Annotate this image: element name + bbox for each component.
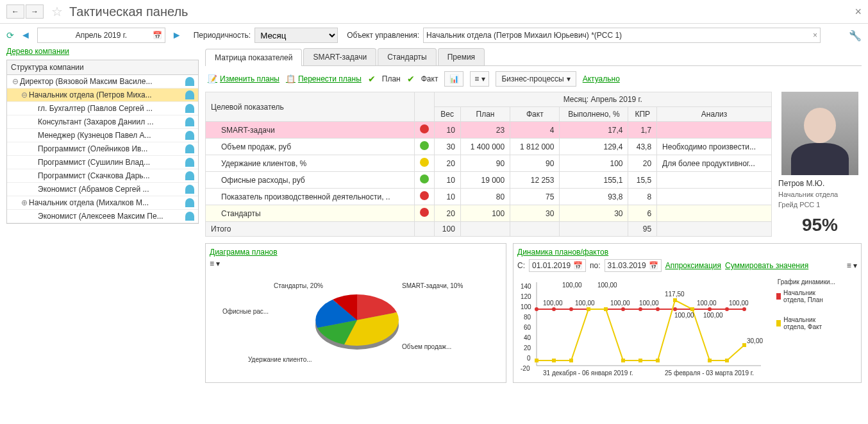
svg-text:0: 0 bbox=[527, 355, 531, 362]
move-plans-button[interactable]: 📋 Перенести планы bbox=[286, 74, 362, 83]
status-icon bbox=[420, 191, 429, 200]
profile-score: 95% bbox=[778, 215, 862, 235]
pie-title: Диаграмма планов bbox=[210, 248, 502, 257]
edit-plans-button[interactable]: 📝 Изменить планы bbox=[208, 74, 280, 83]
svg-point-27 bbox=[708, 307, 712, 311]
tree-row[interactable]: гл. Бухгалтер (Павлов Сергей ... bbox=[7, 102, 198, 115]
tree-row[interactable]: ⊖Директор (Вязовой Максим Василе... bbox=[7, 75, 198, 89]
svg-rect-40 bbox=[708, 359, 712, 362]
settings-icon[interactable]: 🔧 bbox=[849, 30, 862, 42]
profile-grade: Грейд РСС 1 bbox=[778, 201, 862, 208]
svg-rect-39 bbox=[690, 307, 694, 311]
svg-text:117,50: 117,50 bbox=[665, 291, 685, 298]
object-input[interactable]: Начальник отдела (Петров Михаил Юрьевич)… bbox=[423, 28, 821, 43]
date-to-input[interactable]: 31.03.2019 📅 bbox=[605, 259, 662, 272]
pie-chart-panel: Диаграмма планов ≡ ▾ Стандарты, 20% SMAR… bbox=[205, 243, 506, 383]
approximation-link[interactable]: Аппроксимация bbox=[665, 261, 721, 270]
person-icon bbox=[185, 158, 194, 167]
date-from-input[interactable]: 01.01.2019 📅 bbox=[529, 259, 586, 272]
person-icon bbox=[185, 198, 194, 207]
chart-view-button[interactable]: 📊 bbox=[444, 71, 463, 87]
avatar bbox=[781, 92, 858, 175]
svg-rect-41 bbox=[725, 359, 729, 362]
status-icon bbox=[420, 158, 429, 167]
svg-rect-31 bbox=[552, 359, 556, 362]
tree-row[interactable]: ⊕Начальник отдела (Михалков М... bbox=[7, 196, 198, 210]
check-icon: ✔ bbox=[368, 74, 376, 84]
svg-text:120: 120 bbox=[521, 293, 531, 300]
check-icon: ✔ bbox=[407, 74, 415, 84]
svg-text:31 декабря - 06 января 2019 г.: 31 декабря - 06 января 2019 г. bbox=[543, 369, 633, 377]
calendar-icon[interactable]: 📅 bbox=[153, 31, 162, 40]
tree-row[interactable]: Менеджер (Кузнецов Павел А... bbox=[7, 129, 198, 142]
svg-text:100,00: 100,00 bbox=[697, 300, 717, 307]
person-icon bbox=[185, 117, 194, 126]
line-title: Динамика планов/фактов bbox=[517, 248, 857, 257]
svg-text:60: 60 bbox=[524, 324, 531, 331]
line-menu-button[interactable]: ≡ ▾ bbox=[847, 261, 857, 270]
company-tree: ⊖Директор (Вязовой Максим Василе...⊖Нача… bbox=[6, 75, 199, 224]
svg-text:100,00: 100,00 bbox=[575, 300, 595, 307]
matrix-row[interactable]: Объем продаж, руб 301 400 0001 812 000 1… bbox=[206, 139, 772, 155]
tab[interactable]: Премия bbox=[438, 48, 485, 65]
tree-row[interactable]: Консультант (Захаров Даниил ... bbox=[7, 115, 198, 129]
tree-row[interactable]: ⊖Начальник отдела (Петров Миха... bbox=[7, 89, 198, 102]
prev-period-icon[interactable]: ◄ bbox=[18, 30, 33, 41]
next-period-icon[interactable]: ► bbox=[169, 30, 185, 41]
tab[interactable]: Стандарты bbox=[378, 48, 437, 65]
matrix-row[interactable]: SMART-задачи 10234 17,41,7 bbox=[206, 122, 772, 139]
matrix-row[interactable]: Офисные расходы, руб 1019 00012 253 155,… bbox=[206, 172, 772, 189]
tab[interactable]: Матрица показателей bbox=[205, 49, 302, 66]
matrix-row[interactable]: Удержание клиентов, % 209090 10020Для бо… bbox=[206, 155, 772, 172]
period-input[interactable]: Апрель 2019 г. 📅 bbox=[37, 28, 165, 43]
profile-role: Начальник отдела bbox=[778, 191, 862, 198]
tree-row[interactable]: Экономист (Абрамов Сергей ... bbox=[7, 183, 198, 196]
periodicity-select[interactable]: Месяц bbox=[255, 28, 338, 43]
tree-row[interactable]: Экономист (Алексеев Максим Пе... bbox=[7, 210, 198, 223]
sum-values-link[interactable]: Суммировать значения bbox=[725, 261, 808, 270]
col-indicator: Целевой показатель bbox=[206, 92, 415, 122]
forward-button[interactable]: → bbox=[26, 4, 44, 19]
svg-text:100,00: 100,00 bbox=[639, 300, 659, 307]
tabs: Матрица показателейSMART-задачиСтандарты… bbox=[205, 48, 862, 66]
svg-point-17 bbox=[535, 307, 538, 311]
svg-text:80: 80 bbox=[524, 314, 531, 321]
refresh-icon[interactable]: ⟳ bbox=[6, 30, 14, 40]
tree-row[interactable]: Программист (Скачкова Дарь... bbox=[7, 169, 198, 183]
svg-text:Стандарты, 20%: Стандарты, 20% bbox=[274, 282, 323, 289]
list-view-button[interactable]: ≡ ▾ bbox=[470, 71, 489, 87]
svg-rect-42 bbox=[742, 343, 746, 347]
legend-fact: Начальник отдела, Факт bbox=[776, 316, 835, 330]
person-icon bbox=[185, 144, 194, 153]
status-icon bbox=[420, 174, 429, 183]
svg-text:40: 40 bbox=[524, 334, 531, 341]
matrix-row[interactable]: Стандарты 2010030 306 bbox=[206, 205, 772, 222]
plan-label: План bbox=[382, 74, 401, 83]
close-icon[interactable]: × bbox=[855, 5, 862, 19]
svg-rect-36 bbox=[638, 359, 642, 362]
svg-rect-34 bbox=[604, 307, 608, 311]
favorite-icon[interactable]: ☆ bbox=[51, 4, 63, 19]
tab[interactable]: SMART-задачи bbox=[303, 48, 376, 65]
business-processes-button[interactable]: Бизнес-процессы ▾ bbox=[496, 71, 576, 87]
clear-object-icon[interactable]: × bbox=[813, 31, 817, 40]
status-icon bbox=[420, 124, 429, 133]
svg-text:20: 20 bbox=[524, 344, 531, 352]
tree-row[interactable]: Программист (Сушилин Влад... bbox=[7, 156, 198, 169]
periodicity-label: Периодичность: bbox=[194, 31, 251, 40]
svg-text:100: 100 bbox=[521, 303, 531, 310]
back-button[interactable]: ← bbox=[6, 4, 24, 19]
status-icon bbox=[420, 141, 429, 150]
svg-text:100,00: 100,00 bbox=[610, 300, 630, 307]
svg-rect-33 bbox=[587, 307, 590, 311]
tree-row[interactable]: Программист (Олейников Ив... bbox=[7, 142, 198, 156]
svg-text:Удержание клиенто...: Удержание клиенто... bbox=[248, 356, 312, 363]
matrix-row[interactable]: Показатель производственной деятельности… bbox=[206, 189, 772, 205]
svg-rect-37 bbox=[656, 359, 660, 362]
svg-text:Офисные рас...: Офисные рас... bbox=[222, 308, 269, 315]
person-icon bbox=[185, 131, 194, 140]
pie-menu-button[interactable]: ≡ ▾ bbox=[210, 259, 220, 268]
actual-link[interactable]: Актуально bbox=[583, 74, 620, 83]
company-tree-link[interactable]: Дерево компании bbox=[6, 47, 69, 56]
svg-rect-30 bbox=[535, 359, 538, 362]
